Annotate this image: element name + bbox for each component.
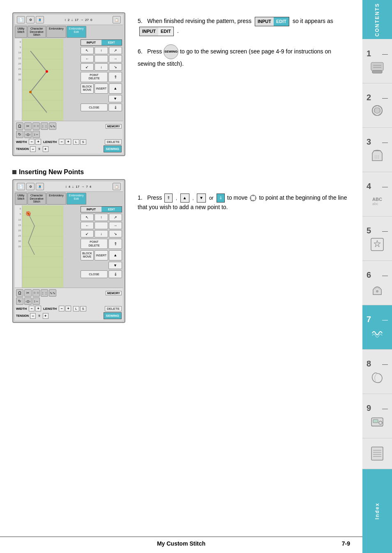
icon-pattern2[interactable]: ☆ ☆ — [32, 289, 40, 297]
down-bot-btn[interactable]: ⇓ — [108, 104, 122, 111]
edit-label[interactable]: EDIT — [101, 40, 122, 45]
l-btn2[interactable]: L — [73, 306, 79, 311]
sewing-btn2[interactable]: SEWING — [104, 312, 122, 319]
arrow-downleft[interactable]: ↙ — [81, 63, 94, 71]
insert-btn[interactable]: INSERT — [95, 83, 108, 94]
sidebar-tab-5[interactable]: 5 — — [362, 217, 392, 261]
sidebar-tab-2[interactable]: 2 — — [362, 83, 392, 128]
point-delete-btn2[interactable]: POINTDELETE — [81, 239, 108, 249]
down-bot-btn2[interactable]: ⇓ — [108, 270, 122, 278]
edit-btn-1[interactable]: EDIT — [274, 17, 289, 26]
arrow2-down[interactable]: ↓ — [95, 230, 108, 237]
nav-btn-bot[interactable]: ⇓ — [217, 194, 225, 203]
down-btn2[interactable]: ▼ — [108, 262, 122, 269]
point-delete-btn[interactable]: POINTDELETE — [81, 72, 108, 82]
memory-btn2[interactable]: MEMORY — [106, 291, 122, 295]
tab2-utility[interactable]: UtilityStitch — [15, 193, 27, 205]
arrow-up[interactable]: ↑ — [95, 47, 108, 54]
icon-scissors2[interactable]: ✂ — [24, 289, 32, 297]
sidebar-tab-contents[interactable]: CONTENTS — [362, 0, 392, 39]
input-btn-1[interactable]: INPUT — [255, 17, 274, 26]
l-btn[interactable]: L — [73, 139, 79, 145]
tab-embroidery-edit[interactable]: EmbroideryEdit — [67, 26, 86, 38]
arrow2-up[interactable]: ↑ — [95, 214, 108, 221]
length-minus[interactable]: − — [59, 139, 65, 145]
arrow2-downleft[interactable]: ↙ — [81, 230, 94, 237]
nav-btn-up[interactable]: ▲ — [180, 194, 189, 203]
tension-minus2[interactable]: − — [30, 313, 36, 319]
icon-mirror[interactable]: ◁▷ — [24, 131, 32, 138]
input-edit-button-1[interactable]: INPUT EDIT — [255, 17, 289, 27]
nav-btn-down[interactable]: ▼ — [197, 194, 206, 203]
icon-mirror2[interactable]: ◁▷ — [24, 297, 32, 305]
icon-scale2[interactable]: ↕↔ — [32, 297, 40, 305]
s-btn2[interactable]: S — [80, 306, 86, 311]
tab-character[interactable]: CharacterDecorativeStitch — [28, 26, 46, 38]
arrow-right[interactable]: → — [109, 55, 122, 62]
close-btn[interactable]: CLOSE — [81, 104, 108, 111]
arrow-downright[interactable]: ↘ — [109, 63, 122, 71]
tension-plus[interactable]: + — [43, 146, 48, 152]
sidebar-tab-notes[interactable] — [362, 438, 392, 469]
icon-pattern[interactable]: ☆ ☆ — [32, 122, 40, 130]
sidebar-tab-1[interactable]: 1 — — [362, 39, 392, 83]
up-top-btn[interactable]: ⇑ — [108, 72, 122, 82]
close-btn2[interactable]: CLOSE — [81, 270, 108, 278]
arrow2-downright[interactable]: ↘ — [109, 230, 122, 237]
sidebar-tab-3[interactable]: 3 — — [362, 128, 392, 172]
input-label[interactable]: INPUT — [81, 40, 101, 45]
length-plus[interactable]: + — [65, 139, 71, 145]
length-minus2[interactable]: − — [59, 306, 65, 311]
icon-omega[interactable]: Ω — [16, 122, 23, 130]
edit-label2[interactable]: EDIT — [101, 207, 122, 212]
icon-omega2[interactable]: Ω — [16, 289, 23, 297]
up-btn[interactable]: ▲ — [109, 83, 122, 94]
block-move-btn2[interactable]: BLOCKMOVE — [81, 250, 94, 260]
delete-btn2[interactable]: DELETE — [105, 306, 122, 311]
width-plus[interactable]: + — [35, 139, 41, 145]
icon-rotate2[interactable]: ↻ — [16, 297, 23, 305]
up-btn2[interactable]: ▲ — [109, 250, 122, 260]
tab-embroidery[interactable]: Embroidery — [46, 26, 66, 38]
memory-btn[interactable]: MEMORY — [106, 124, 122, 129]
tab2-character[interactable]: CharacterDecorativeStitch — [28, 193, 46, 205]
sidebar-tab-8[interactable]: 8 — — [362, 350, 392, 394]
arrow2-right[interactable]: → — [109, 222, 122, 229]
arrow-down[interactable]: ↓ — [95, 63, 108, 71]
sewing-btn[interactable]: SEWING — [104, 145, 122, 152]
icon-stitch[interactable]: ⋮⋮ — [41, 122, 48, 130]
tension-plus2[interactable]: + — [43, 313, 48, 319]
input-label2[interactable]: INPUT — [81, 207, 101, 212]
icon-wave[interactable]: ∿∿ — [49, 122, 56, 130]
width-minus[interactable]: − — [29, 139, 35, 145]
up-top-btn2[interactable]: ⇑ — [108, 239, 122, 249]
arrow-left[interactable]: ← — [81, 55, 94, 62]
sewing-circle-btn[interactable]: SEWING — [164, 44, 178, 59]
icon-scissors[interactable]: ✂ — [24, 122, 32, 130]
block-move-btn[interactable]: BLOCKMOVE — [81, 83, 94, 94]
icon-wave2[interactable]: ∿∿ — [49, 289, 56, 297]
sidebar-tab-7[interactable]: 7 — — [362, 305, 392, 350]
icon-scale[interactable]: ↕↔ — [32, 131, 40, 138]
width-minus2[interactable]: − — [29, 306, 35, 311]
sidebar-tab-index[interactable]: Index — [362, 469, 392, 553]
sidebar-tab-6[interactable]: 6 — — [362, 261, 392, 305]
sidebar-tab-9[interactable]: 9 — — [362, 394, 392, 438]
tab-utility[interactable]: UtilityStitch — [15, 26, 27, 38]
delete-btn[interactable]: DELETE — [105, 139, 122, 145]
arrow-upright[interactable]: ↗ — [109, 47, 122, 54]
insert-btn2[interactable]: INSERT — [95, 250, 108, 260]
width-plus2[interactable]: + — [35, 306, 41, 311]
icon-rotate[interactable]: ↻ — [16, 131, 23, 138]
arrow-upleft[interactable]: ↖ — [81, 47, 94, 54]
tab2-embroidery[interactable]: Embroidery — [46, 193, 66, 205]
tab2-embroidery-edit[interactable]: EmbroideryEdit — [67, 193, 86, 205]
nav-btn-top-top[interactable]: ⇑ — [164, 194, 173, 203]
icon-stitch2[interactable]: ⋮⋮ — [41, 289, 48, 297]
length-plus2[interactable]: + — [65, 306, 71, 311]
sidebar-tab-4[interactable]: 4 — ABC abc — [362, 172, 392, 217]
down-btn[interactable]: ▼ — [108, 95, 122, 102]
tension-minus[interactable]: − — [30, 146, 36, 152]
s-btn[interactable]: S — [80, 139, 86, 145]
arrow2-upright[interactable]: ↗ — [109, 214, 122, 221]
